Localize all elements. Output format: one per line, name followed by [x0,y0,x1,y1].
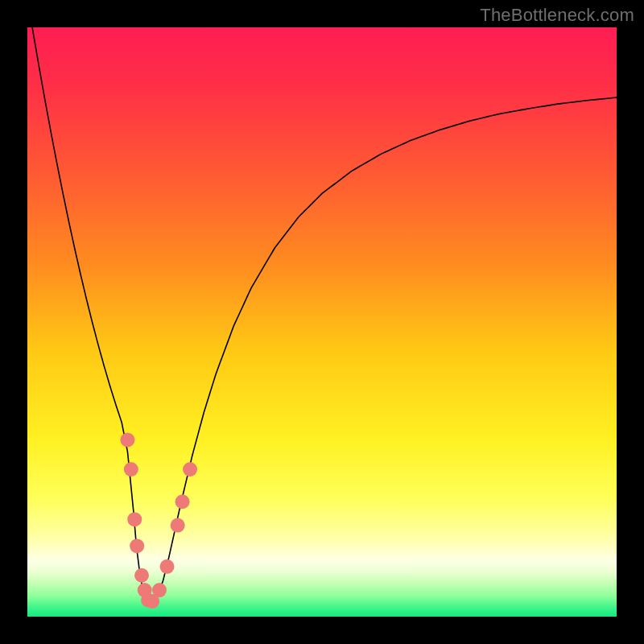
attribution-label: TheBottleneck.com [480,5,634,26]
plot-area [27,27,617,617]
data-marker [134,568,149,583]
data-marker [130,539,144,553]
gradient-background [27,27,617,617]
data-marker [159,559,174,574]
data-marker [127,512,142,526]
chart-svg [27,27,617,617]
data-marker [183,462,197,477]
data-marker [120,432,134,447]
data-marker [152,583,167,597]
image-frame: TheBottleneck.com [0,0,644,644]
data-marker [171,518,185,533]
data-marker [124,462,138,477]
data-marker [175,494,190,509]
